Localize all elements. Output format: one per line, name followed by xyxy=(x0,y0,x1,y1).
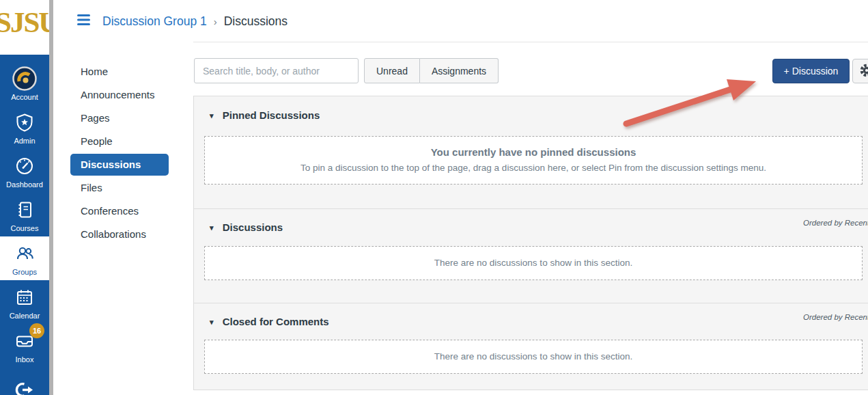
section-title: Closed for Comments xyxy=(223,316,329,327)
gear-icon xyxy=(859,63,868,80)
sjsu-logo[interactable]: SJSU xyxy=(0,0,49,55)
discussion-settings-button[interactable] xyxy=(852,59,868,83)
global-nav-account[interactable]: Account xyxy=(0,62,49,105)
dashboard-gauge-icon xyxy=(14,153,35,179)
global-nav-label: Dashboard xyxy=(6,180,43,189)
course-nav-announcements[interactable]: Announcements xyxy=(65,83,193,107)
shield-star-icon xyxy=(14,109,35,135)
course-nav-collaborations[interactable]: Collaborations xyxy=(65,223,193,246)
global-nav: Account Admin Dashboard xyxy=(0,55,49,395)
pinned-empty-dropzone: You currently have no pinned discussions… xyxy=(204,136,863,185)
search-input[interactable] xyxy=(194,58,359,83)
global-nav-label: Admin xyxy=(14,137,35,145)
global-nav-admin[interactable]: Admin xyxy=(0,105,49,149)
unread-filter-button[interactable]: Unread xyxy=(364,58,420,83)
course-nav-toggle-hamburger-icon[interactable] xyxy=(77,14,90,25)
course-nav-conferences[interactable]: Conferences xyxy=(65,200,193,223)
discussions-empty-text: There are no discussions to show in this… xyxy=(205,247,862,280)
course-nav-pages[interactable]: Pages xyxy=(65,107,193,130)
closed-for-comments-section-header[interactable]: ▾ Closed for Comments xyxy=(210,316,329,327)
discussions-panel: ▾ Pinned Discussions You currently have … xyxy=(193,96,868,390)
pinned-empty-title: You currently have no pinned discussions xyxy=(205,146,862,158)
global-nav-dashboard[interactable]: Dashboard xyxy=(0,149,49,193)
global-nav-label: Groups xyxy=(12,268,37,276)
caret-down-icon: ▾ xyxy=(210,223,214,232)
global-nav-label: Account xyxy=(11,93,38,101)
closed-ordered-by-label: Ordered by Recent Activity xyxy=(803,313,868,321)
canvas-discussions-page: SJSU Account Admin xyxy=(0,0,868,395)
global-nav-courses[interactable]: Courses xyxy=(0,193,49,236)
discussions-empty-box: There are no discussions to show in this… xyxy=(204,246,863,280)
course-nav: Home Announcements Pages People Discussi… xyxy=(65,60,193,246)
caret-down-icon: ▾ xyxy=(210,111,214,120)
pinned-empty-subtitle: To pin a discussion to the top of the pa… xyxy=(205,163,862,173)
discussions-section-header[interactable]: ▾ Discussions xyxy=(210,221,283,233)
caret-down-icon: ▾ xyxy=(210,318,214,326)
course-nav-home[interactable]: Home xyxy=(65,60,193,83)
course-nav-files[interactable]: Files xyxy=(65,176,193,200)
breadcrumb-group-link[interactable]: Discussion Group 1 xyxy=(102,14,207,29)
book-icon xyxy=(14,197,35,223)
inbox-tray-icon: 16 xyxy=(14,328,35,354)
exit-arrow-icon xyxy=(14,377,35,395)
closed-empty-box: There are no discussions to show in this… xyxy=(204,340,863,374)
breadcrumb-separator: › xyxy=(214,16,217,27)
filter-button-group: Unread Assignments xyxy=(364,58,499,83)
breadcrumb: Discussion Group 1 › Discussions xyxy=(102,11,288,31)
pinned-discussions-section-header[interactable]: ▾ Pinned Discussions xyxy=(210,109,320,121)
header-divider xyxy=(193,42,868,42)
account-avatar-icon xyxy=(12,66,38,92)
discussions-ordered-by-label: Ordered by Recent Activity xyxy=(803,219,868,227)
closed-empty-text: There are no discussions to show in this… xyxy=(205,340,862,373)
course-nav-discussions[interactable]: Discussions xyxy=(70,154,169,176)
breadcrumb-current: Discussions xyxy=(224,14,288,29)
global-nav-label: Calendar xyxy=(10,312,40,320)
global-nav-label: Courses xyxy=(11,224,39,232)
global-nav-calendar[interactable]: Calendar xyxy=(0,280,49,324)
assignments-filter-button[interactable]: Assignments xyxy=(420,58,499,83)
section-divider xyxy=(194,208,868,209)
global-nav-label: Inbox xyxy=(16,355,34,364)
sjsu-logo-text: SJSU xyxy=(0,5,49,39)
groups-people-icon xyxy=(14,241,35,267)
section-divider xyxy=(194,303,868,303)
global-nav-inbox[interactable]: 16 Inbox xyxy=(0,324,49,368)
section-title: Pinned Discussions xyxy=(223,109,320,121)
add-discussion-button[interactable]: + Discussion xyxy=(772,59,850,83)
calendar-icon xyxy=(14,284,35,310)
course-nav-people[interactable]: People xyxy=(65,130,193,153)
inbox-unread-badge: 16 xyxy=(29,323,44,338)
global-nav-groups[interactable]: Groups xyxy=(0,236,49,280)
nav-divider xyxy=(49,0,53,395)
global-nav-exit[interactable] xyxy=(0,368,49,395)
section-title: Discussions xyxy=(223,221,283,233)
